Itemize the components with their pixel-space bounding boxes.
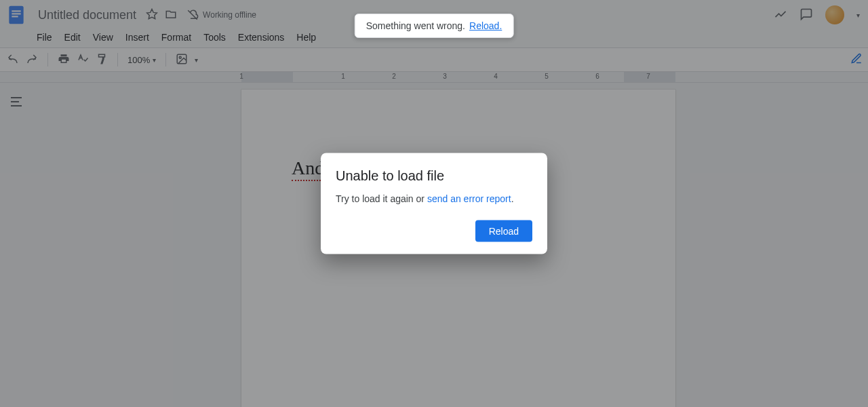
modal-body: Try to load it again or send an error re…: [336, 193, 532, 204]
reload-button[interactable]: Reload: [475, 220, 532, 242]
error-modal: Unable to load file Try to load it again…: [321, 153, 547, 254]
modal-body-suffix: .: [511, 193, 514, 204]
error-toast: Something went wrong. Reload.: [355, 14, 514, 38]
modal-body-prefix: Try to load it again or: [336, 193, 427, 204]
toast-reload-link[interactable]: Reload.: [469, 20, 502, 31]
modal-actions: Reload: [336, 220, 532, 242]
send-error-report-link[interactable]: send an error report: [427, 193, 511, 204]
toast-message: Something went wrong.: [366, 20, 465, 31]
modal-title: Unable to load file: [336, 168, 532, 184]
